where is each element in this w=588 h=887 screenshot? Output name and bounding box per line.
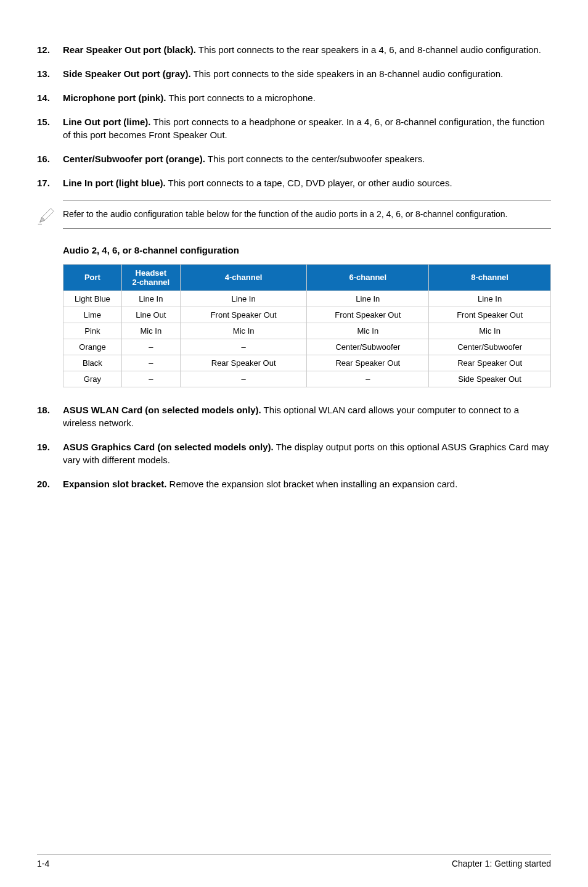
cell-6ch: Line In [307, 291, 429, 307]
item-body: Microphone port (pink). This port connec… [63, 91, 551, 104]
cell-6ch: Mic In [307, 323, 429, 339]
cell-port: Black [63, 355, 122, 371]
cell-2ch: – [121, 355, 180, 371]
item-number: 13. [37, 67, 63, 80]
item-body: Line In port (light blue). This port con… [63, 176, 551, 189]
cell-6ch: – [307, 371, 429, 387]
cell-4ch: – [180, 339, 307, 355]
item-number: 17. [37, 176, 63, 189]
item-bold: Expansion slot bracket. [63, 479, 166, 489]
item-body: Expansion slot bracket. Remove the expan… [63, 477, 551, 490]
cell-6ch: Center/Subwoofer [307, 339, 429, 355]
item-text: This port connects to the center/subwoof… [205, 154, 425, 164]
list-item-17: 17. Line In port (light blue). This port… [37, 176, 551, 189]
item-text: This port connects to the side speakers … [191, 68, 504, 79]
item-body: ASUS WLAN Card (on selected models only)… [63, 403, 551, 429]
cell-port: Lime [63, 307, 122, 323]
cell-8ch: Line In [429, 291, 551, 307]
item-number: 18. [37, 403, 63, 429]
item-body: ASUS Graphics Card (on selected models o… [63, 440, 551, 466]
list-item-14: 14. Microphone port (pink). This port co… [37, 91, 551, 104]
cell-2ch: Line Out [121, 307, 180, 323]
pencil-icon [37, 200, 63, 228]
table-row: Orange – – Center/Subwoofer Center/Subwo… [63, 339, 551, 355]
item-bold: Center/Subwoofer port (orange). [63, 154, 205, 164]
audio-config-table: Port Headset2-channel 4-channel 6-channe… [63, 264, 551, 387]
cell-8ch: Rear Speaker Out [429, 355, 551, 371]
item-text: Remove the expansion slot bracket when i… [166, 479, 457, 489]
table-row: Pink Mic In Mic In Mic In Mic In [63, 323, 551, 339]
cell-2ch: Line In [121, 291, 180, 307]
cell-port: Light Blue [63, 291, 122, 307]
item-text: This port connects to a microphone. [166, 93, 315, 103]
th-2channel: Headset2-channel [121, 264, 180, 291]
item-number: 14. [37, 91, 63, 104]
item-number: 19. [37, 440, 63, 466]
item-bold: Rear Speaker Out port (black). [63, 44, 196, 55]
th-4channel: 4-channel [180, 264, 307, 291]
list-item-19: 19. ASUS Graphics Card (on selected mode… [37, 440, 551, 466]
cell-4ch: Rear Speaker Out [180, 355, 307, 371]
table-row: Light Blue Line In Line In Line In Line … [63, 291, 551, 307]
note-text: Refer to the audio configuration table b… [63, 200, 551, 229]
item-bold: ASUS WLAN Card (on selected models only)… [63, 405, 261, 415]
th-6channel: 6-channel [307, 264, 429, 291]
cell-2ch: – [121, 339, 180, 355]
item-body: Side Speaker Out port (gray). This port … [63, 67, 551, 80]
cell-2ch: Mic In [121, 323, 180, 339]
item-number: 15. [37, 115, 63, 141]
table-row: Black – Rear Speaker Out Rear Speaker Ou… [63, 355, 551, 371]
cell-8ch: Center/Subwoofer [429, 339, 551, 355]
list-item-12: 12. Rear Speaker Out port (black). This … [37, 43, 551, 56]
cell-8ch: Mic In [429, 323, 551, 339]
table-row: Lime Line Out Front Speaker Out Front Sp… [63, 307, 551, 323]
cell-6ch: Rear Speaker Out [307, 355, 429, 371]
cell-4ch: Front Speaker Out [180, 307, 307, 323]
list-item-13: 13. Side Speaker Out port (gray). This p… [37, 67, 551, 80]
cell-6ch: Front Speaker Out [307, 307, 429, 323]
item-bold: Microphone port (pink). [63, 93, 166, 103]
item-bold: Line In port (light blue). [63, 178, 166, 188]
item-number: 16. [37, 152, 63, 165]
page-number: 1-4 [37, 859, 49, 868]
list-item-20: 20. Expansion slot bracket. Remove the e… [37, 477, 551, 490]
table-title: Audio 2, 4, 6, or 8-channel configuratio… [63, 245, 551, 255]
note-block: Refer to the audio configuration table b… [37, 200, 551, 229]
cell-4ch: Mic In [180, 323, 307, 339]
chapter-label: Chapter 1: Getting started [452, 859, 551, 868]
item-body: Line Out port (lime). This port connects… [63, 115, 551, 141]
cell-4ch: Line In [180, 291, 307, 307]
item-bold: ASUS Graphics Card (on selected models o… [63, 442, 274, 452]
cell-port: Gray [63, 371, 122, 387]
list-item-18: 18. ASUS WLAN Card (on selected models o… [37, 403, 551, 429]
list-item-16: 16. Center/Subwoofer port (orange). This… [37, 152, 551, 165]
item-text: This port connects to the rear speakers … [196, 44, 541, 55]
th-port: Port [63, 264, 122, 291]
item-text: This port connects to a tape, CD, DVD pl… [166, 178, 452, 188]
item-number: 12. [37, 43, 63, 56]
page-footer: 1-4 Chapter 1: Getting started [37, 854, 551, 868]
cell-2ch: – [121, 371, 180, 387]
audio-config-section: Audio 2, 4, 6, or 8-channel configuratio… [63, 245, 551, 387]
list-item-15: 15. Line Out port (lime). This port conn… [37, 115, 551, 141]
item-number: 20. [37, 477, 63, 490]
table-row: Gray – – – Side Speaker Out [63, 371, 551, 387]
cell-8ch: Front Speaker Out [429, 307, 551, 323]
item-body: Center/Subwoofer port (orange). This por… [63, 152, 551, 165]
cell-port: Orange [63, 339, 122, 355]
item-bold: Side Speaker Out port (gray). [63, 68, 191, 79]
th-8channel: 8-channel [429, 264, 551, 291]
cell-port: Pink [63, 323, 122, 339]
cell-8ch: Side Speaker Out [429, 371, 551, 387]
item-bold: Line Out port (lime). [63, 117, 151, 127]
item-body: Rear Speaker Out port (black). This port… [63, 43, 551, 56]
cell-4ch: – [180, 371, 307, 387]
